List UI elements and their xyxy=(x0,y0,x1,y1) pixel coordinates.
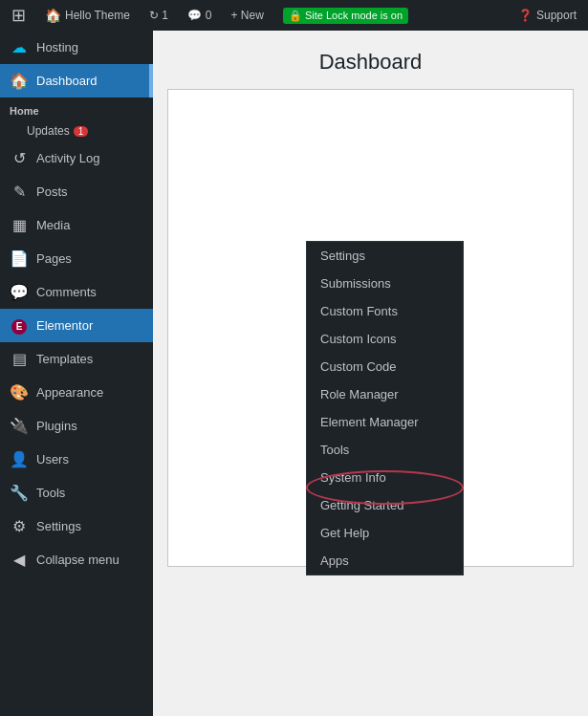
comments-icon: 💬 xyxy=(10,283,29,301)
submenu-system-info[interactable]: System Info xyxy=(307,464,463,491)
wp-logo[interactable]: ⊞ xyxy=(8,5,30,26)
sidebar: ☁ Hosting 🏠 Dashboard Home Updates 1 ↺ A… xyxy=(0,31,153,716)
sidebar-item-appearance[interactable]: 🎨 Appearance xyxy=(0,376,153,409)
sidebar-item-tools[interactable]: 🔧 Tools xyxy=(0,476,153,510)
sidebar-item-collapse[interactable]: ◀ Collapse menu xyxy=(0,543,153,576)
sidebar-item-elementor[interactable]: E Elementor xyxy=(0,309,153,342)
site-name[interactable]: 🏠 Hello Theme xyxy=(41,8,134,23)
elementor-icon: E xyxy=(10,316,29,335)
submenu-getting-started[interactable]: Getting Started xyxy=(307,491,463,519)
sidebar-item-templates[interactable]: ▤ Templates xyxy=(0,342,153,376)
wordpress-icon: ⊞ xyxy=(11,5,26,26)
media-icon: ▦ xyxy=(10,216,29,234)
submenu-settings[interactable]: Settings xyxy=(307,242,463,270)
submenu-custom-icons[interactable]: Custom Icons xyxy=(307,325,463,353)
help-icon: ❓ xyxy=(518,9,533,22)
sidebar-item-settings[interactable]: ⚙ Settings xyxy=(0,510,153,543)
sidebar-item-users[interactable]: 👤 Users xyxy=(0,443,153,476)
pages-icon: 📄 xyxy=(10,250,29,268)
submenu-custom-code[interactable]: Custom Code xyxy=(307,353,463,380)
home-label: Home xyxy=(0,98,153,120)
sidebar-sub-updates[interactable]: Updates 1 xyxy=(0,120,153,141)
plugins-icon: 🔌 xyxy=(10,417,29,435)
updates-indicator[interactable]: ↻ 1 xyxy=(145,9,172,22)
submenu-custom-fonts[interactable]: Custom Fonts xyxy=(307,297,463,325)
updates-badge: 1 xyxy=(74,126,89,137)
sidebar-item-activity-log[interactable]: ↺ Activity Log xyxy=(0,141,153,175)
sidebar-item-posts[interactable]: ✎ Posts xyxy=(0,175,153,208)
new-button[interactable]: + New xyxy=(228,9,268,22)
home-icon: 🏠 xyxy=(45,8,61,23)
page-title: Dashboard xyxy=(153,31,588,89)
sidebar-item-media[interactable]: ▦ Media xyxy=(0,208,153,242)
submenu-role-manager[interactable]: Role Manager xyxy=(307,380,463,408)
appearance-icon: 🎨 xyxy=(10,383,29,401)
sidebar-item-plugins[interactable]: 🔌 Plugins xyxy=(0,409,153,443)
sidebar-item-pages[interactable]: 📄 Pages xyxy=(0,242,153,275)
tools-icon: 🔧 xyxy=(10,484,29,502)
activity-log-icon: ↺ xyxy=(10,149,29,167)
admin-bar: ⊞ 🏠 Hello Theme ↻ 1 💬 0 + New 🔒 Site Loc… xyxy=(0,0,588,31)
collapse-icon: ◀ xyxy=(10,551,29,569)
users-icon: 👤 xyxy=(10,450,29,468)
support-link[interactable]: ❓ Support xyxy=(514,9,580,22)
site-lock[interactable]: 🔒 Site Lock mode is on xyxy=(279,8,412,24)
posts-icon: ✎ xyxy=(10,183,29,201)
sidebar-item-hosting[interactable]: ☁ Hosting xyxy=(0,31,153,64)
submenu-get-help[interactable]: Get Help xyxy=(307,519,463,547)
main-layout: ☁ Hosting 🏠 Dashboard Home Updates 1 ↺ A… xyxy=(0,31,588,716)
dashboard-icon: 🏠 xyxy=(10,72,29,90)
sidebar-item-dashboard[interactable]: 🏠 Dashboard xyxy=(0,64,153,98)
submenu-apps[interactable]: Apps xyxy=(307,547,463,575)
elementor-submenu: Settings Submissions Custom Fonts Custom… xyxy=(306,241,464,575)
submenu-tools[interactable]: Tools xyxy=(307,436,463,464)
content-area: Dashboard Settings Submissions Custom Fo… xyxy=(153,31,588,716)
templates-icon: ▤ xyxy=(10,350,29,368)
comments-indicator[interactable]: 💬 0 xyxy=(184,9,216,22)
sidebar-item-comments[interactable]: 💬 Comments xyxy=(0,275,153,309)
submenu-submissions[interactable]: Submissions xyxy=(307,270,463,297)
hosting-icon: ☁ xyxy=(10,38,29,56)
lock-icon: 🔒 xyxy=(289,10,302,21)
settings-icon: ⚙ xyxy=(10,517,29,535)
submenu-element-manager[interactable]: Element Manager xyxy=(307,408,463,436)
